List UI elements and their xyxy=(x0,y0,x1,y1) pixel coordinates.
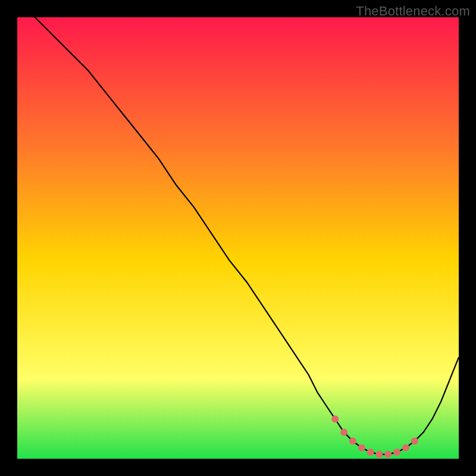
chart-container: TheBottleneck.com xyxy=(0,0,476,476)
highlight-marker xyxy=(367,449,374,456)
chart-svg xyxy=(17,17,459,459)
highlight-marker xyxy=(349,437,356,444)
highlight-marker xyxy=(375,451,383,458)
highlight-marker xyxy=(358,444,365,452)
highlight-marker xyxy=(331,415,339,422)
watermark-text: TheBottleneck.com xyxy=(356,4,470,19)
highlight-marker xyxy=(411,437,418,444)
highlight-marker xyxy=(393,449,400,456)
gradient-background xyxy=(17,17,459,459)
highlight-marker xyxy=(402,444,409,452)
highlight-marker xyxy=(340,429,347,436)
highlight-marker xyxy=(384,451,392,458)
plot-area xyxy=(17,17,459,459)
